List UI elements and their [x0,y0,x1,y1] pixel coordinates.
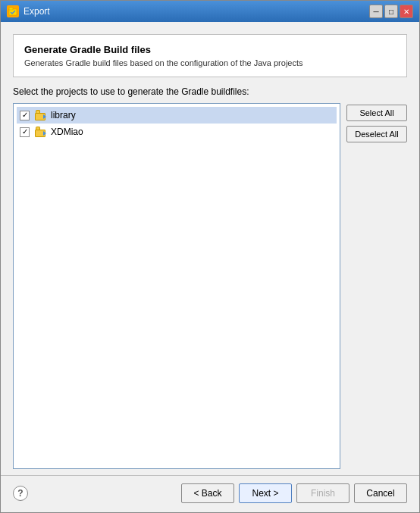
folder-icon [34,109,46,121]
library-checkbox[interactable] [20,111,30,120]
window-controls: ─ □ ✕ [369,5,413,18]
close-button[interactable]: ✕ [400,5,413,18]
window-title: Export [24,6,50,17]
title-bar: Export ─ □ ✕ [1,1,419,22]
bottom-buttons: < Back Next > Finish Cancel [181,483,407,503]
select-all-button[interactable]: Select All [346,105,407,121]
side-buttons: Select All Deselect All [346,103,407,469]
header-subtitle: Generates Gradle build files based on th… [24,58,396,67]
cancel-button[interactable]: Cancel [354,483,407,503]
title-bar-left: Export [7,5,50,17]
bottom-bar: ? < Back Next > Finish Cancel [1,475,419,512]
svg-rect-1 [9,8,13,10]
xdmiao-checkbox[interactable] [20,127,30,137]
main-content: Generate Gradle Build files Generates Gr… [1,22,419,475]
help-button[interactable]: ? [13,486,28,501]
main-section: Select the projects to use to generate t… [13,86,407,469]
finish-button[interactable]: Finish [296,483,349,503]
list-and-buttons: library XDMiao [13,103,407,469]
list-item[interactable]: XDMiao [17,124,337,140]
maximize-button[interactable]: □ [384,5,398,18]
list-item[interactable]: library [17,107,337,124]
window-icon [7,5,19,17]
xdmiao-label: XDMiao [51,127,83,137]
next-button[interactable]: Next > [239,483,292,503]
library-label: library [51,110,76,120]
folder-icon [34,126,46,138]
back-button[interactable]: < Back [181,483,234,503]
header-section: Generate Gradle Build files Generates Gr… [13,34,407,77]
minimize-button[interactable]: ─ [369,5,383,18]
export-window: Export ─ □ ✕ Generate Gradle Build files… [0,0,420,513]
header-title: Generate Gradle Build files [24,44,396,55]
section-label: Select the projects to use to generate t… [13,86,407,97]
deselect-all-button[interactable]: Deselect All [346,126,407,142]
project-list: library XDMiao [13,103,340,469]
